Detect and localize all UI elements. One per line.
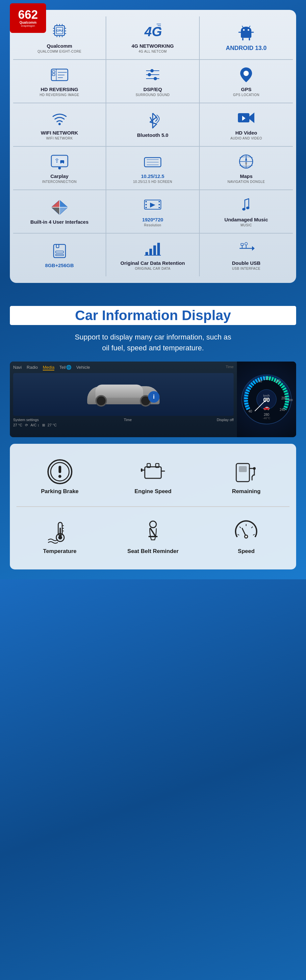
svg-point-49 xyxy=(58,167,61,169)
car-info-desc: Support to display many car information,… xyxy=(10,332,296,353)
svg-point-79 xyxy=(246,207,249,209)
svg-rect-77 xyxy=(159,207,160,208)
feature-bluetooth: Bluetooth 5.0 xyxy=(106,103,199,147)
svg-point-126 xyxy=(58,536,62,539)
carplay-icon xyxy=(50,153,69,171)
reversing-icon xyxy=(50,66,69,84)
info-temperature: Temperature xyxy=(16,514,103,560)
dashboard-right: 40 80 120 160 200 240 280 km/h 00 🚗 xyxy=(237,361,296,437)
svg-rect-122 xyxy=(239,466,247,472)
svg-point-131 xyxy=(150,521,156,528)
feature-music-title: Undamaged Music xyxy=(225,217,268,223)
info-speed: Speed xyxy=(203,514,290,560)
feature-4g-subtitle: 4G ALL NETCOM xyxy=(139,50,167,53)
cpu-icon: CPU xyxy=(50,22,69,40)
svg-rect-32 xyxy=(52,74,55,76)
speed-label: Speed xyxy=(238,548,255,555)
display-off: Display off xyxy=(217,418,234,422)
info-remaining: Remaining xyxy=(203,453,290,500)
feature-4g: 4G 4G NETWORKING 4G ALL NETCOM xyxy=(106,16,199,60)
fuel-label: Remaining xyxy=(232,488,261,495)
feature-builtin: Built-in 4 User Interfaces xyxy=(13,190,106,234)
svg-rect-85 xyxy=(149,249,152,255)
svg-rect-73 xyxy=(145,204,147,205)
seatbelt-icon xyxy=(140,519,166,545)
speedometer-display: 40 80 120 160 200 240 280 km/h 00 🚗 xyxy=(240,373,293,426)
svg-point-107 xyxy=(265,398,268,401)
info-icons-grid: Parking Brake xyxy=(16,453,290,560)
feature-resolution-subtitle: Resolution xyxy=(144,223,161,227)
svg-text:40: 40 xyxy=(249,410,252,413)
top-section: 662 Qualcomm snapdragon xyxy=(0,0,306,293)
svg-point-21 xyxy=(243,29,245,30)
screen-icon xyxy=(143,153,163,171)
svg-text:280: 280 xyxy=(264,413,269,417)
feature-wifi-subtitle: WIFI NETWORK xyxy=(46,137,73,140)
interfaces-icon xyxy=(50,198,69,216)
dashboard-bottom: System settings Time Display off xyxy=(13,418,234,422)
qualcomm-badge: 662 Qualcomm snapdragon xyxy=(10,3,46,33)
feature-screen-title: 10.25/12.5 xyxy=(141,173,164,179)
dashboard-left: Navi Radio Media Tel/🌐 Vehicle Time i xyxy=(10,361,237,437)
svg-point-42 xyxy=(244,71,249,76)
nav-radio: Radio xyxy=(27,365,38,371)
feature-carplay-subtitle: INTERCONNECTION xyxy=(42,180,76,184)
svg-point-41 xyxy=(154,77,157,80)
music-icon xyxy=(236,196,256,214)
feature-wifi: WIFI NETWORK WIFI NETWORK xyxy=(13,103,106,147)
svg-point-22 xyxy=(248,29,249,30)
svg-point-123 xyxy=(253,467,256,470)
resolution-icon xyxy=(143,196,163,214)
svg-text:300: 300 xyxy=(288,398,293,402)
svg-point-43 xyxy=(58,123,61,125)
android-icon xyxy=(236,24,256,42)
dashboard-nav: Navi Radio Media Tel/🌐 Vehicle Time xyxy=(13,365,234,371)
feature-music-subtitle: MUSIC xyxy=(241,223,252,227)
ac-label: A/C ↕ xyxy=(30,423,40,427)
bluetooth-icon xyxy=(143,111,163,130)
temp-row: 27 °C ⟳ A/C ↕ ⊞ 27 °C xyxy=(13,423,234,427)
svg-rect-84 xyxy=(145,252,148,255)
feature-android-title: ANDROID 13.0 xyxy=(226,45,266,52)
feature-cardata: Original Car Data Retention ORIGINAL CAR… xyxy=(106,234,199,276)
car-info-section: Car Information Display Support to displ… xyxy=(0,293,306,579)
nav-vehicle: Vehicle xyxy=(76,365,90,371)
svg-rect-74 xyxy=(145,207,147,208)
feature-maps-title: Maps xyxy=(240,173,252,179)
feature-carplay: Carplay INTERCONNECTION xyxy=(13,147,106,190)
svg-marker-71 xyxy=(150,203,155,208)
svg-rect-120 xyxy=(141,468,142,472)
speedometer-icon xyxy=(233,519,259,545)
fuel-icon xyxy=(233,458,259,485)
svg-rect-86 xyxy=(153,245,156,255)
nav-time: Time xyxy=(95,365,234,371)
svg-point-52 xyxy=(60,162,62,164)
row-divider xyxy=(16,506,290,507)
time-label: Time xyxy=(124,418,132,422)
car-info-title: Car Information Display xyxy=(10,306,296,325)
feature-cardata-title: Original Car Data Retention xyxy=(120,260,185,266)
car-silhouette: i xyxy=(87,380,159,409)
svg-text:CPU: CPU xyxy=(56,29,62,32)
4g-icon: 4G xyxy=(143,22,163,40)
feature-grid-container: CPU Qualcomm QUALCOMM EIGHT-CORE 4G 4G N… xyxy=(10,10,296,283)
svg-line-136 xyxy=(253,534,255,535)
cardata-icon xyxy=(143,240,163,258)
temp-label: Temperature xyxy=(43,548,76,555)
nav-media: Media xyxy=(43,365,54,371)
svg-line-135 xyxy=(251,527,253,528)
feature-screen-subtitle: 10.25/12.5 HD SCREEN xyxy=(133,180,172,184)
svg-point-94 xyxy=(245,242,247,245)
feature-hdvideo-subtitle: AUDIO AND VIDEO xyxy=(230,137,262,140)
feature-gps-subtitle: GPS LOCATION xyxy=(233,93,259,97)
svg-rect-31 xyxy=(52,71,55,73)
svg-rect-76 xyxy=(159,204,160,205)
svg-point-139 xyxy=(245,536,247,538)
feature-resolution-title: 1920*720 xyxy=(142,217,163,223)
temp-left: 27 °C xyxy=(13,423,22,427)
video-icon xyxy=(236,109,256,127)
info-parking-brake: Parking Brake xyxy=(16,453,103,500)
feature-cardata-subtitle: ORIGINAL CAR DATA xyxy=(135,267,171,270)
badge-brand: Qualcomm xyxy=(19,21,37,24)
svg-text:120: 120 xyxy=(264,377,269,380)
